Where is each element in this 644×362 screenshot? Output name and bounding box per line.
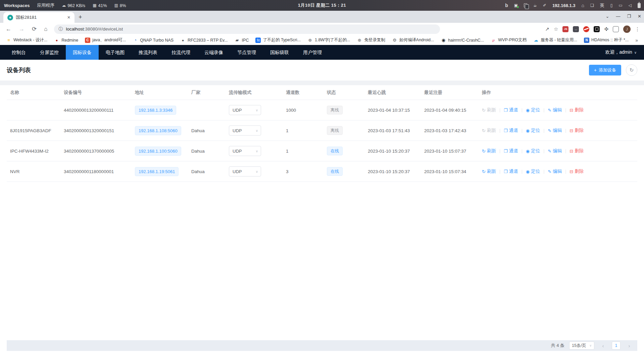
window-close-button[interactable]: ✕: [638, 14, 641, 19]
refresh-action[interactable]: ↻ 刷新: [482, 148, 496, 154]
refresh-list-button[interactable]: ↻: [626, 64, 637, 76]
frame-extension-icon[interactable]: [594, 26, 600, 32]
js-extension-icon[interactable]: JS: [562, 26, 568, 32]
bookmark-item[interactable]: ◉ hairrrrr/C-CrashC...: [438, 37, 487, 44]
bookmark-item[interactable]: ● Redmine: [51, 37, 81, 44]
current-page-button[interactable]: 1: [612, 342, 621, 350]
stream-mode-select[interactable]: UDP ∨: [229, 125, 261, 136]
stream-mode-select[interactable]: UDP ∨: [229, 146, 261, 156]
display-tray-icon[interactable]: ▭: [618, 3, 622, 8]
browser-menu-icon[interactable]: ⋮: [635, 26, 640, 32]
channel-action[interactable]: ❐ 通道: [504, 148, 518, 154]
forward-button[interactable]: →: [16, 25, 28, 33]
refresh-action[interactable]: ↻ 刷新: [482, 127, 496, 134]
coffee-tray-icon[interactable]: ☕: [533, 3, 537, 8]
delete-action[interactable]: ⊟ 删除: [569, 127, 584, 134]
bookmark-item[interactable]: 知 了不起的 TypeScri...: [253, 36, 303, 44]
browser-tab[interactable]: ◈ 国标28181 ✕: [3, 12, 75, 23]
locate-action[interactable]: ◉ 定位: [526, 107, 540, 113]
adblock-extension-icon[interactable]: [583, 26, 589, 32]
add-device-button[interactable]: + 添加设备: [589, 65, 621, 75]
delete-action[interactable]: ⊟ 删除: [569, 148, 584, 154]
nav-item[interactable]: 国标级联: [263, 45, 296, 60]
site-info-icon[interactable]: ⓘ: [59, 26, 63, 32]
bookmark-item[interactable]: ≡ Webstack - 设计...: [3, 36, 50, 44]
back-button[interactable]: ←: [3, 25, 14, 33]
bookmark-item[interactable]: ⊕ 1.8W字|了不起的...: [305, 36, 353, 44]
edit-action[interactable]: ✎ 编辑: [548, 127, 562, 134]
home-tray-icon[interactable]: ⌂: [582, 3, 584, 8]
input-method-indicator[interactable]: 英: [600, 2, 604, 8]
extensions-puzzle-icon[interactable]: ✜: [604, 26, 608, 32]
nav-item[interactable]: 云端录像: [197, 45, 230, 60]
reload-button[interactable]: ⟳: [29, 25, 40, 33]
battery-icon[interactable]: [638, 3, 641, 8]
nav-item[interactable]: 推流列表: [132, 45, 164, 60]
refresh-action[interactable]: ↻ 刷新: [482, 168, 496, 174]
edit-action[interactable]: ✎ 编辑: [548, 148, 562, 154]
bookmark-item[interactable]: ● RFC2833 – RTP Ev...: [178, 37, 231, 44]
applications-menu[interactable]: 应用程序: [37, 2, 54, 8]
edit-action[interactable]: ✎ 编辑: [548, 107, 562, 113]
delete-action[interactable]: ⊟ 删除: [569, 168, 584, 174]
address-chip[interactable]: 192.168.1.108:5060: [135, 126, 181, 135]
address-chip[interactable]: 192.168.1.3:3346: [135, 106, 176, 115]
mask-extension-icon[interactable]: ◡: [573, 26, 579, 32]
bookmark-star-icon[interactable]: ☆: [554, 26, 558, 32]
tab-close-icon[interactable]: ✕: [66, 14, 72, 20]
bookmark-item[interactable]: ◔ QNAP Turbo NAS: [130, 37, 176, 44]
color-picker-tray-icon[interactable]: ✐: [543, 3, 546, 8]
address-chip[interactable]: 192.168.1.100:5060: [135, 147, 181, 156]
nav-item[interactable]: 分屏监控: [33, 45, 66, 60]
bookmark-item[interactable]: ⚙ 如何编译Android...: [389, 36, 437, 44]
stream-mode-select[interactable]: UDP ∨: [229, 105, 261, 115]
locate-action[interactable]: ◉ 定位: [526, 148, 540, 154]
phone-link-icon[interactable]: ▯: [610, 3, 613, 8]
tab-search-icon[interactable]: ⌄: [606, 14, 609, 19]
bookmark-item[interactable]: ☁ 服务器 - 轻量应用...: [531, 36, 580, 44]
workspaces-button[interactable]: Workspaces: [4, 3, 30, 8]
split-screen-extension-icon[interactable]: [613, 26, 619, 32]
nav-item[interactable]: 用户管理: [296, 45, 329, 60]
address-chip[interactable]: 192.168.1.19:5061: [135, 167, 179, 176]
action-separator: |: [543, 108, 544, 112]
share-icon[interactable]: ↗: [545, 26, 549, 32]
volume-icon[interactable]: ◁: [629, 3, 632, 8]
window-minimize-button[interactable]: —: [616, 14, 620, 19]
user-menu[interactable]: 欢迎，admin ∨: [605, 49, 644, 55]
next-page-button[interactable]: ›: [625, 342, 633, 350]
bookmark-item[interactable]: ▰ IPC: [232, 37, 252, 44]
bookmark-item[interactable]: ℘ WVP-PRO文档: [488, 36, 529, 44]
page-size-select[interactable]: 15条/页 ∨: [569, 342, 594, 350]
window-restore-button[interactable]: ❐: [627, 14, 631, 19]
nav-item[interactable]: 节点管理: [230, 45, 263, 60]
bookmarks-overflow-icon[interactable]: »: [635, 38, 641, 43]
locate-action[interactable]: ◉ 定位: [526, 168, 540, 174]
prev-page-button[interactable]: ‹: [599, 342, 607, 350]
channel-action[interactable]: ❐ 通道: [504, 168, 518, 174]
nav-item[interactable]: 国标设备: [66, 45, 99, 60]
bing-tray-icon[interactable]: b: [505, 3, 508, 8]
ip-address-indicator[interactable]: 192.168.1.3: [552, 3, 576, 8]
new-tab-button[interactable]: +: [75, 14, 86, 23]
clock[interactable]: 1月10日 星期二 15：21: [298, 2, 346, 8]
edit-action[interactable]: ✎ 编辑: [548, 168, 562, 174]
channel-action[interactable]: ❐ 通道: [504, 107, 518, 113]
workspace-switcher-icon[interactable]: ❏: [590, 3, 594, 8]
nav-item[interactable]: 拉流代理: [164, 45, 197, 60]
clipboard-tray-icon[interactable]: [524, 3, 527, 7]
screenshot-tray-icon[interactable]: ▣: [514, 3, 518, 8]
delete-action[interactable]: ⊟ 删除: [569, 107, 584, 113]
address-bar[interactable]: ⓘ localhost:38080/#/deviceList: [54, 24, 440, 34]
profile-avatar[interactable]: J: [623, 25, 631, 33]
home-button[interactable]: ⌂: [41, 25, 50, 33]
refresh-action[interactable]: ↻ 刷新: [482, 107, 496, 113]
nav-item[interactable]: 电子地图: [99, 45, 132, 60]
bookmark-item[interactable]: ⊕ 免登录复制: [354, 36, 388, 44]
bookmark-item[interactable]: N HDAtmos :: 种子 *...: [581, 36, 631, 44]
nav-item[interactable]: 控制台: [5, 45, 33, 60]
channel-action[interactable]: ❐ 通道: [504, 127, 518, 134]
locate-action[interactable]: ◉ 定位: [526, 127, 540, 134]
stream-mode-select[interactable]: UDP ∨: [229, 166, 261, 176]
bookmark-item[interactable]: C java、android可...: [82, 36, 129, 44]
